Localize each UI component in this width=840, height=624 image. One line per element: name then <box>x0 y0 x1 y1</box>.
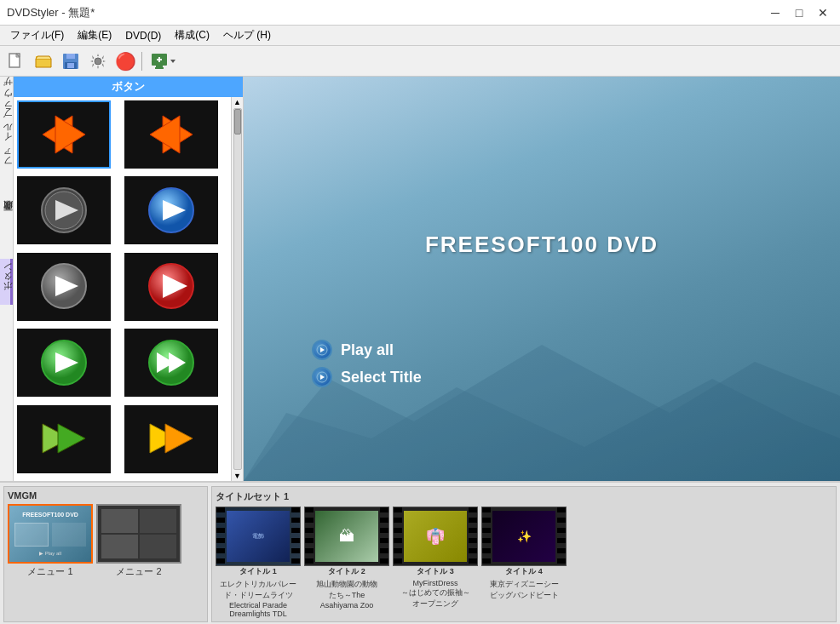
svg-rect-9 <box>156 66 163 67</box>
select-title-icon <box>312 367 332 387</box>
btn-green-circle[interactable] <box>17 329 111 397</box>
btn-green-chevron[interactable] <box>17 405 111 473</box>
button-panel: ボタン <box>14 77 244 481</box>
sidebar-tab-file-browser[interactable]: ファイルブラウザ <box>0 77 13 177</box>
bottom-content: VMGM FREESOFT100 DVD ▶ Play all <box>0 483 840 624</box>
close-button[interactable]: ✕ <box>813 5 833 20</box>
menu-dvd[interactable]: DVD(D) <box>118 28 168 43</box>
button-panel-content <box>14 97 231 481</box>
titleset-item-2[interactable]: 🏔 タイトル 2 旭山動物園の動物たち～TheAsahiyama Zoo <box>304 507 389 618</box>
svg-marker-51 <box>320 375 325 380</box>
new-button[interactable] <box>3 49 29 73</box>
menubar: ファイル(F) 編集(E) DVD(D) 構成(C) ヘルプ (H) <box>0 26 840 46</box>
mountain-background <box>244 311 840 481</box>
play-all-label: Play all <box>341 341 394 359</box>
menu-compose[interactable]: 構成(C) <box>168 26 216 44</box>
add-dropdown[interactable] <box>146 49 181 73</box>
left-sidebar: ファイルブラウザ 画面収縮 ボタン <box>0 77 14 481</box>
vmgm-menu2-thumb <box>96 504 181 564</box>
vmgm-menu1[interactable]: FREESOFT100 DVD ▶ Play all メニュー 1 <box>8 504 93 578</box>
open-button[interactable] <box>31 49 56 73</box>
btn-yellow-chevron[interactable] <box>124 405 218 473</box>
svg-marker-13 <box>170 60 175 63</box>
vmgm-menu1-thumb: FREESOFT100 DVD ▶ Play all <box>8 504 93 564</box>
titleset-section: タイトルセット 1 電飾 タイトル 1 エレクトリカルパレード・ドリームライツE… <box>211 486 837 622</box>
titlebar: DVDStyler - 無題* ─ □ ✕ <box>0 0 840 26</box>
panel-scrollbar[interactable]: ▲ ▼ <box>231 97 243 481</box>
titleset-title3-sublabel: MyFirstDress～はじめての振袖～オープニング <box>401 579 470 610</box>
titleset-title1-sublabel: エレクトリカルパレード・ドリームライツElectrical ParadeDrea… <box>220 579 296 618</box>
btn-red-circle-play[interactable] <box>124 253 218 321</box>
preview-area: FREESOFT100 DVD Play all Select Title <box>244 77 840 481</box>
vmgm-items: FREESOFT100 DVD ▶ Play all メニュー 1 <box>8 504 204 578</box>
menu-help[interactable]: ヘルプ (H) <box>216 26 278 44</box>
btn-green-double[interactable] <box>124 329 218 397</box>
titleset-thumb-1: 電飾 <box>216 507 301 566</box>
svg-rect-10 <box>155 67 164 69</box>
titleset-title1-label: タイトル 1 <box>239 566 277 577</box>
settings-button[interactable] <box>85 49 111 73</box>
select-title-label: Select Title <box>341 369 422 386</box>
preview-select-title[interactable]: Select Title <box>312 367 422 387</box>
bottom-panel: VMGM FREESOFT100 DVD ▶ Play all <box>0 481 840 624</box>
titleset-title2-label: タイトル 2 <box>328 566 365 577</box>
btn-orange-right[interactable] <box>124 100 218 169</box>
minimize-button[interactable]: ─ <box>765 5 785 20</box>
app-title: DVDStyler - 無題* <box>7 5 95 20</box>
burn-button[interactable]: 🔴 <box>112 49 138 73</box>
titleset-title3-label: タイトル 3 <box>417 566 454 577</box>
save-button[interactable] <box>58 49 83 73</box>
vmgm-header: VMGM <box>8 490 204 501</box>
btn-gray-circle-right2[interactable] <box>17 253 111 321</box>
vmgm-menu1-label: メニュー 1 <box>27 565 72 578</box>
toolbar-separator <box>141 52 142 71</box>
preview-title: FREESOFT100 DVD <box>425 232 659 257</box>
titleset-item-4[interactable]: ✨ タイトル 4 東京ディズニーシービッグバンドビート <box>481 507 567 618</box>
titleset-header: タイトルセット 1 <box>216 490 832 503</box>
btn-gray-circle-right[interactable] <box>17 176 111 244</box>
main-area: ファイルブラウザ 画面収縮 ボタン ボタン <box>0 77 840 481</box>
vmgm-menu2-label: メニュー 2 <box>116 565 161 578</box>
svg-rect-6 <box>67 63 74 68</box>
titleset-thumb-3: 👘 <box>393 507 478 566</box>
window-controls: ─ □ ✕ <box>765 5 833 20</box>
titleset-thumb-2: 🏔 <box>304 507 389 566</box>
preview-buttons: Play all Select Title <box>312 340 422 387</box>
svg-rect-4 <box>66 54 75 59</box>
sidebar-tab-screen[interactable]: 画面収縮 <box>0 211 13 225</box>
preview-play-all[interactable]: Play all <box>312 340 422 360</box>
menu-file[interactable]: ファイル(F) <box>3 26 71 44</box>
button-panel-header: ボタン <box>14 77 243 97</box>
play-all-icon <box>312 340 332 360</box>
titleset-item-1[interactable]: 電飾 タイトル 1 エレクトリカルパレード・ドリームライツElectrical … <box>216 507 301 618</box>
svg-marker-49 <box>320 347 325 352</box>
maximize-button[interactable]: □ <box>789 5 809 20</box>
svg-point-7 <box>95 58 101 65</box>
sidebar-tab-button[interactable]: ボタン <box>0 259 13 305</box>
titleset-title4-sublabel: 東京ディズニーシービッグバンドビート <box>490 579 559 601</box>
toolbar: 🔴 <box>0 46 840 77</box>
btn-orange-left[interactable] <box>17 100 111 169</box>
vmgm-section: VMGM FREESOFT100 DVD ▶ Play all <box>3 486 208 622</box>
menu-edit[interactable]: 編集(E) <box>71 26 118 44</box>
titleset-item-3[interactable]: 👘 タイトル 3 MyFirstDress～はじめての振袖～オープニング <box>393 507 478 618</box>
btn-blue-circle-right[interactable] <box>124 176 218 244</box>
titleset-title4-label: タイトル 4 <box>505 566 543 577</box>
titleset-title2-sublabel: 旭山動物園の動物たち～TheAsahiyama Zoo <box>316 579 377 610</box>
titleset-items: 電飾 タイトル 1 エレクトリカルパレード・ドリームライツElectrical … <box>216 507 832 618</box>
titleset-thumb-4: ✨ <box>481 507 567 566</box>
vmgm-menu2[interactable]: メニュー 2 <box>96 504 181 578</box>
